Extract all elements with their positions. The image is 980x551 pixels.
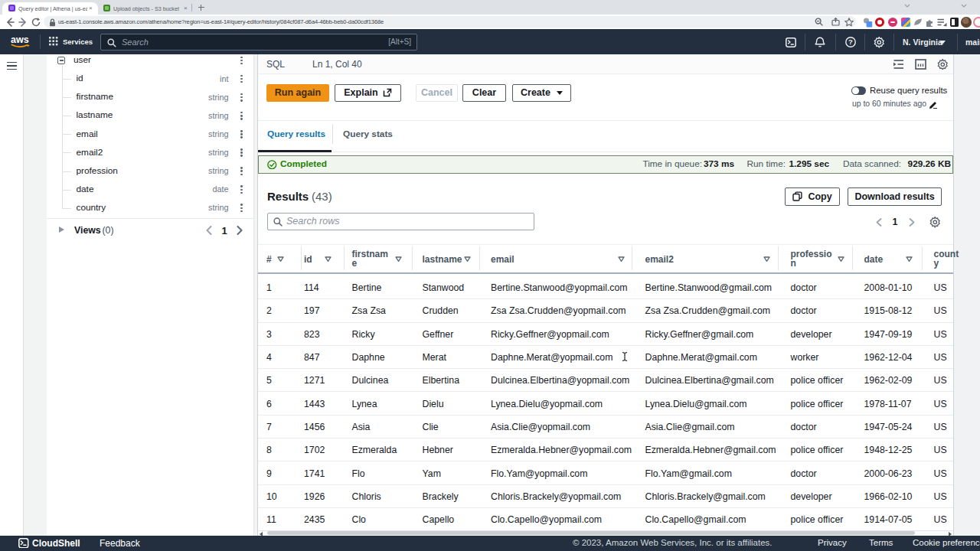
svg-text:aws: aws [11, 34, 29, 45]
svg-text:?: ? [848, 37, 853, 46]
